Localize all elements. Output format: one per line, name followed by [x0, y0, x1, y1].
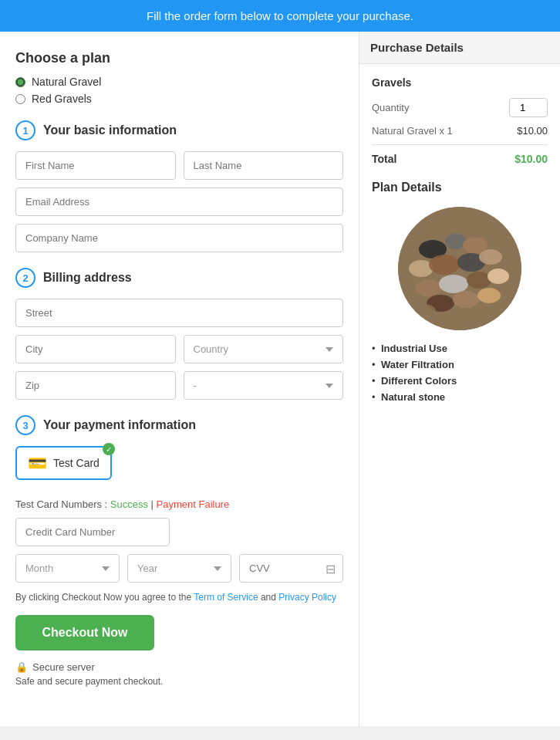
svg-point-11: [487, 269, 509, 284]
lock-icon: 🔒: [15, 661, 28, 673]
success-link[interactable]: Success: [110, 498, 148, 510]
country-select[interactable]: Country: [184, 335, 344, 363]
svg-point-15: [414, 304, 436, 318]
credit-card-row: [15, 518, 343, 546]
test-card-label: Test Card: [53, 457, 100, 469]
left-panel: Choose a plan Natural Gravel Red Gravels…: [0, 32, 359, 726]
zip-state-row: -: [15, 371, 343, 400]
street-row: [15, 299, 343, 327]
test-card-button[interactable]: 💳 Test Card ✓: [15, 446, 112, 480]
test-card-numbers: Test Card Numbers : Success | Payment Fa…: [15, 498, 343, 510]
item-price: $10.00: [517, 125, 548, 137]
step3-header: 3 Your payment information: [15, 415, 343, 435]
step1-title: Your basic information: [43, 123, 177, 137]
svg-point-10: [467, 272, 491, 289]
plan-option-red-gravels[interactable]: Red Gravels: [15, 93, 343, 105]
item-row: Natural Gravel x 1 $10.00: [372, 125, 548, 137]
state-select[interactable]: -: [184, 371, 344, 400]
feature-item: Natural stone: [372, 391, 548, 403]
plan-option-natural-gravel[interactable]: Natural Gravel: [15, 76, 343, 88]
step2-header: 2 Billing address: [15, 268, 343, 288]
checkout-button[interactable]: Checkout Now: [15, 615, 154, 650]
step3-circle: 3: [15, 415, 35, 435]
choose-plan-title: Choose a plan: [15, 50, 343, 66]
credit-card-input[interactable]: [15, 518, 170, 546]
company-input[interactable]: [15, 224, 343, 252]
terms-text: By clicking Checkout Now you agree to th…: [15, 590, 343, 604]
plan-features: Industrial Use Water Filtration Differen…: [372, 343, 548, 403]
email-input[interactable]: [15, 188, 343, 216]
name-row: [15, 151, 343, 180]
step3-title: Your payment information: [43, 418, 196, 432]
year-wrapper: Year 202420252026 202720282029: [127, 554, 231, 583]
company-row: [15, 224, 343, 252]
svg-point-13: [453, 291, 479, 308]
first-name-input[interactable]: [15, 151, 176, 180]
top-banner: Fill the order form below to complete yo…: [0, 0, 560, 32]
gravel-svg: [398, 207, 521, 330]
plan-image: [398, 207, 521, 330]
purchase-details-header: Purchase Details: [359, 32, 560, 64]
month-select[interactable]: Month 01020304 05060708 09101112: [15, 554, 120, 583]
zip-input[interactable]: [15, 371, 176, 400]
tos-link[interactable]: Term of Service: [194, 592, 258, 603]
plan-details-title: Plan Details: [372, 181, 548, 194]
city-country-row: Country: [15, 335, 343, 363]
feature-item: Water Filtration: [372, 359, 548, 370]
payment-date-row: Month 01020304 05060708 09101112 Year 20…: [15, 554, 343, 583]
street-input[interactable]: [15, 299, 343, 327]
quantity-input[interactable]: [509, 98, 548, 117]
city-input[interactable]: [15, 335, 176, 363]
svg-point-8: [416, 279, 442, 296]
svg-point-7: [479, 249, 502, 265]
total-row: Total $10.00: [372, 144, 548, 165]
gravels-title: Gravels: [372, 76, 548, 89]
step1-header: 1 Your basic information: [15, 120, 343, 140]
right-panel: Purchase Details Gravels Quantity Natura…: [359, 32, 560, 726]
natural-gravel-radio[interactable]: [15, 77, 25, 87]
item-label: Natural Gravel x 1: [372, 125, 453, 137]
cvv-card-icon: ⊟: [326, 561, 336, 576]
svg-point-9: [439, 275, 468, 293]
svg-point-14: [477, 288, 501, 303]
natural-gravel-label: Natural Gravel: [32, 76, 101, 88]
privacy-link[interactable]: Privacy Policy: [278, 592, 336, 603]
step2-circle: 2: [15, 268, 35, 288]
quantity-label: Quantity: [372, 102, 409, 113]
month-wrapper: Month 01020304 05060708 09101112: [15, 554, 120, 583]
svg-point-5: [429, 255, 460, 275]
total-value: $10.00: [514, 153, 548, 165]
failure-link[interactable]: Payment Failure: [157, 498, 230, 510]
step1-circle: 1: [15, 120, 35, 140]
feature-item: Different Colors: [372, 375, 548, 387]
email-row: [15, 188, 343, 216]
secure-label: Secure server: [32, 661, 95, 673]
banner-text: Fill the order form below to complete yo…: [147, 9, 413, 22]
secure-server: 🔒 Secure server: [15, 661, 343, 673]
total-label: Total: [372, 153, 396, 165]
step2-title: Billing address: [43, 271, 132, 285]
credit-card-icon: 💳: [28, 454, 47, 472]
red-gravels-label: Red Gravels: [32, 93, 92, 105]
feature-item: Industrial Use: [372, 343, 548, 354]
year-select[interactable]: Year 202420252026 202720282029: [127, 554, 231, 583]
quantity-row: Quantity: [372, 98, 548, 117]
safe-text: Safe and secure payment checkout.: [15, 676, 343, 687]
cvv-wrapper: ⊟: [239, 554, 343, 583]
red-gravels-radio[interactable]: [15, 94, 25, 104]
last-name-input[interactable]: [184, 151, 344, 180]
test-card-check-icon: ✓: [103, 443, 115, 455]
